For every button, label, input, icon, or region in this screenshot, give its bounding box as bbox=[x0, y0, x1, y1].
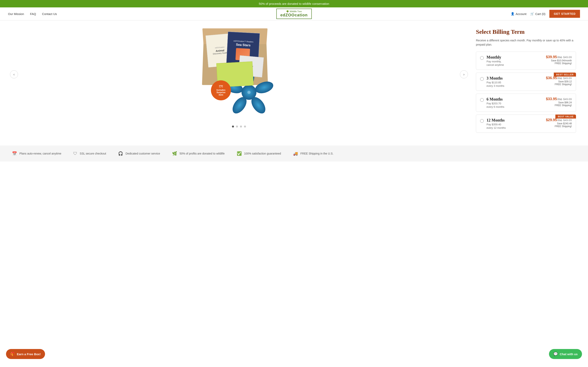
trust-shipping-text: FREE Shipping in the U.S. bbox=[300, 152, 333, 155]
price-save-3months: Save $39.12 bbox=[546, 80, 572, 83]
billing-plan-detail1-monthly: Pay monthly, bbox=[486, 60, 543, 63]
banner-text: 50% of proceeds are donated to wildlife … bbox=[259, 2, 329, 5]
billing-price-3months: $36.95 /mo $49.99 Save $39.12 FREE Shipp… bbox=[546, 76, 572, 86]
trust-item-satisfaction: ✅ 100% satisfaction guaranteed bbox=[237, 151, 281, 156]
carousel-dot-1[interactable] bbox=[232, 125, 234, 127]
price-new-monthly: $39.95 bbox=[546, 55, 557, 59]
trust-autorenew-text: Plans auto-renew, cancel anytime bbox=[19, 152, 61, 155]
billing-price-12months: $29.95 /mo $49.99 Save $240.48 FREE Ship… bbox=[546, 118, 572, 128]
check-icon: ✅ bbox=[237, 151, 242, 156]
billing-plan-detail1-6months: Pay $203.70 bbox=[486, 102, 543, 105]
logo[interactable]: 🌳 Wildlife Tree edZOOcation bbox=[277, 8, 312, 19]
price-save-monthly: Save $10.04/month bbox=[546, 59, 572, 62]
main-content: ‹ edZOOcation Animal Discovery Guide edZ bbox=[0, 20, 588, 142]
billing-radio-12months[interactable] bbox=[480, 119, 484, 123]
nav-account[interactable]: 👤 Account bbox=[511, 12, 526, 16]
billing-plan-detail2-monthly: cancel anytime bbox=[486, 63, 543, 66]
surprise-badge: !?! Includes Surprise item bbox=[211, 80, 231, 100]
carousel-prev-button[interactable]: ‹ bbox=[10, 70, 18, 78]
billing-plan-name-6months: 6 Months bbox=[486, 97, 543, 101]
get-started-button[interactable]: GET STARTED bbox=[549, 10, 580, 18]
price-old-6months: $49.99 bbox=[563, 98, 572, 101]
price-old-monthly: $49.99 bbox=[563, 56, 572, 59]
badge-best-seller: BEST SELLER bbox=[554, 73, 576, 76]
account-icon: 👤 bbox=[511, 12, 515, 16]
trust-satisfaction-text: 100% satisfaction guaranteed bbox=[244, 152, 281, 155]
price-shipping-12months: FREE Shipping! bbox=[546, 125, 572, 128]
billing-plan-detail1-3months: Pay $110.85 bbox=[486, 81, 543, 84]
billing-plan-detail2-6months: every 6 months bbox=[486, 105, 543, 108]
nav-right: 👤 Account 🛒 Cart (0) GET STARTED bbox=[511, 10, 580, 18]
billing-plan-detail2-3months: every 3 months bbox=[486, 84, 543, 87]
nav-cart[interactable]: 🛒 Cart (0) bbox=[530, 12, 545, 16]
billing-title: Select Billing Term bbox=[476, 28, 576, 35]
cart-icon: 🛒 bbox=[530, 12, 534, 16]
price-new-6months: $33.95 bbox=[546, 97, 557, 101]
nav-our-mission[interactable]: Our Mission bbox=[8, 12, 24, 16]
billing-price-monthly: $39.95 /mo $49.99 Save $10.04/month FREE… bbox=[546, 55, 572, 65]
trust-bar: 📅 Plans auto-renew, cancel anytime 🛡 SSL… bbox=[0, 146, 588, 161]
price-new-12months: $29.95 bbox=[546, 118, 557, 122]
product-image: edZOOcation Animal Discovery Guide edZOO… bbox=[12, 26, 466, 122]
billing-plan-name-12months: 12 Months bbox=[486, 118, 543, 123]
billing-radio-3months[interactable] bbox=[480, 77, 484, 81]
carousel-dot-3[interactable] bbox=[240, 125, 242, 127]
product-section: ‹ edZOOcation Animal Discovery Guide edZ bbox=[12, 26, 466, 127]
billing-subtitle: Receive a different species each month. … bbox=[476, 38, 576, 47]
trust-item-customer-service: 🎧 Dedicated customer service bbox=[118, 151, 160, 156]
billing-plan-name-monthly: Monthly bbox=[486, 55, 543, 59]
billing-plan-detail1-12months: Pay $359.40 bbox=[486, 123, 543, 126]
nav-left: Our Mission FAQ Contact Us bbox=[8, 12, 57, 16]
trust-ssl-text: SSL secure checkout bbox=[80, 152, 106, 155]
price-old-3months: $49.99 bbox=[563, 76, 572, 80]
billing-card-3months[interactable]: BEST SELLER 3 Months Pay $110.85 every 3… bbox=[476, 73, 576, 91]
nav-faq[interactable]: FAQ bbox=[30, 12, 36, 16]
logo-box: 🌳 Wildlife Tree edZOOcation bbox=[277, 8, 312, 19]
logo-tree-text: 🌳 Wildlife Tree bbox=[280, 10, 308, 13]
carousel-dot-4[interactable] bbox=[244, 125, 246, 127]
nav-contact-us[interactable]: Contact Us bbox=[42, 12, 57, 16]
calendar-icon: 📅 bbox=[12, 151, 17, 156]
billing-card-6months[interactable]: 6 Months Pay $203.70 every 6 months $33.… bbox=[476, 93, 576, 112]
price-per-monthly: /mo bbox=[557, 56, 562, 59]
chevron-left-icon: ‹ bbox=[13, 72, 15, 76]
headset-icon: 🎧 bbox=[118, 151, 123, 156]
carousel-next-button[interactable]: › bbox=[460, 70, 468, 78]
billing-info-3months: 3 Months Pay $110.85 every 3 months bbox=[486, 76, 543, 87]
price-shipping-6months: FREE Shipping! bbox=[546, 104, 572, 107]
price-per-6months: /mo bbox=[557, 98, 562, 101]
trust-item-wildlife: 🌿 50% of profits are donated to wildlife bbox=[172, 151, 225, 156]
trust-item-shipping: 🚚 FREE Shipping in the U.S. bbox=[293, 151, 333, 156]
billing-section: Select Billing Term Receive a different … bbox=[476, 26, 576, 135]
carousel-dot-2[interactable] bbox=[236, 125, 238, 127]
price-new-3months: $36.95 bbox=[546, 76, 557, 80]
billing-price-6months: $33.95 /mo $49.99 Save $96.24 FREE Shipp… bbox=[546, 97, 572, 107]
billing-card-12months[interactable]: BEST VALUE 12 Months Pay $359.40 every 1… bbox=[476, 115, 576, 133]
top-banner: 50% of proceeds are donated to wildlife … bbox=[0, 0, 588, 7]
price-old-12months: $49.99 bbox=[563, 118, 572, 122]
price-per-3months: /mo bbox=[557, 76, 562, 80]
badge-best-value: BEST VALUE bbox=[555, 115, 576, 118]
carousel-dots bbox=[12, 125, 466, 127]
carousel-container: ‹ edZOOcation Animal Discovery Guide edZ bbox=[12, 26, 466, 122]
leaf-icon: 🌿 bbox=[172, 151, 177, 156]
logo-name: edZOOcation bbox=[280, 13, 308, 17]
price-save-6months: Save $96.24 bbox=[546, 101, 572, 104]
trust-item-ssl: 🛡 SSL secure checkout bbox=[73, 151, 106, 156]
billing-info-6months: 6 Months Pay $203.70 every 6 months bbox=[486, 97, 543, 108]
truck-icon: 🚚 bbox=[293, 151, 298, 156]
price-shipping-3months: FREE Shipping! bbox=[546, 83, 572, 86]
header: Our Mission FAQ Contact Us 🌳 Wildlife Tr… bbox=[0, 7, 588, 20]
billing-card-monthly[interactable]: Monthly Pay monthly, cancel anytime $39.… bbox=[476, 51, 576, 70]
svg-point-2 bbox=[254, 79, 275, 95]
billing-info-monthly: Monthly Pay monthly, cancel anytime bbox=[486, 55, 543, 66]
trust-item-autorenew: 📅 Plans auto-renew, cancel anytime bbox=[12, 151, 61, 156]
trust-customer-service-text: Dedicated customer service bbox=[125, 152, 160, 155]
billing-radio-6months[interactable] bbox=[480, 98, 484, 102]
price-shipping-monthly: FREE Shipping! bbox=[546, 62, 572, 65]
price-per-12months: /mo bbox=[557, 118, 562, 122]
billing-plan-detail2-12months: every 12 months bbox=[486, 126, 543, 129]
shield-icon: 🛡 bbox=[73, 151, 77, 156]
billing-radio-monthly[interactable] bbox=[480, 56, 484, 60]
billing-info-12months: 12 Months Pay $359.40 every 12 months bbox=[486, 118, 543, 129]
